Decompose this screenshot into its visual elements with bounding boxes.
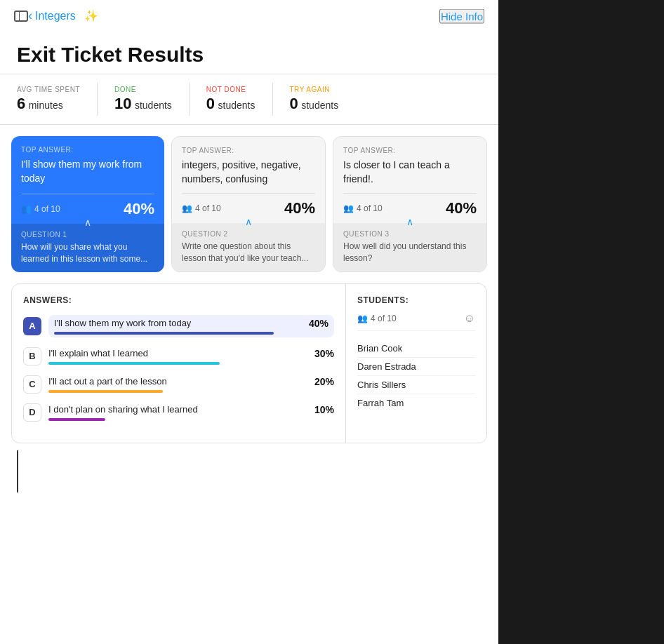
- answer-item-a[interactable]: A I'll show them my work from today 40%: [23, 315, 334, 337]
- student-brian-cook: Brian Cook: [357, 340, 475, 358]
- q2-count: 👥 4 of 10: [182, 203, 221, 213]
- answer-letter-b: B: [23, 347, 41, 365]
- answers-title: ANSWERS:: [23, 295, 334, 305]
- answer-text-a: I'll show them my work from today: [54, 318, 191, 328]
- bottom-section: ANSWERS: A I'll show them my work from t…: [11, 283, 487, 443]
- answer-content-b: I'll explain what I learned 30%: [48, 348, 334, 365]
- question-card-2-bottom: ∧ QUESTION 2 Write one question about th…: [172, 223, 325, 271]
- student-chris-sillers: Chris Sillers: [357, 376, 475, 394]
- people-icon-students: 👥: [357, 314, 368, 323]
- chevron-up-icon-q3: ∧: [406, 216, 413, 227]
- q3-top-answer-text: Is closer to I can teach a friend!.: [343, 159, 477, 186]
- back-button[interactable]: ‹ Integers ✨: [28, 8, 98, 23]
- smiley-icon[interactable]: ☺: [464, 312, 475, 325]
- question-card-1-top: TOP ANSWER: I'll show them my work from …: [11, 136, 164, 194]
- answer-bar-c: [48, 390, 163, 393]
- q1-question-text: How will you share what you learned in t…: [21, 241, 154, 265]
- question-card-3-bottom: ∧ QUESTION 3 How well did you understand…: [333, 223, 486, 271]
- q2-percent: 40%: [284, 199, 315, 217]
- q3-percent: 40%: [446, 199, 477, 217]
- sparkle-icon: ✨: [84, 9, 98, 22]
- answer-text-b: I'll explain what I learned: [48, 348, 148, 358]
- back-label: Integers: [35, 10, 76, 22]
- chevron-up-icon-q1: ∧: [84, 217, 91, 228]
- stat-done-value: 10: [114, 95, 131, 112]
- student-farrah-tam: Farrah Tam: [357, 394, 475, 412]
- students-count: 👥 4 of 10: [357, 314, 397, 323]
- q2-question-text: Write one question about this lesson tha…: [182, 241, 315, 264]
- q2-top-answer-label: TOP ANSWER:: [182, 147, 315, 154]
- question-cards: TOP ANSWER: I'll show them my work from …: [0, 125, 498, 283]
- students-count-row: 👥 4 of 10 ☺: [357, 312, 475, 331]
- people-icon-q1: 👥: [21, 204, 32, 214]
- question-card-1-bottom: ∧ QUESTION 1 How will you share what you…: [11, 224, 164, 272]
- answer-bar-a: [54, 332, 274, 335]
- chevron-up-icon-q2: ∧: [245, 216, 252, 227]
- page-title: Exit Ticket Results: [0, 32, 498, 74]
- hide-info-button[interactable]: Hide Info: [439, 8, 484, 23]
- q3-question-text: How well did you understand this lesson?: [343, 241, 477, 264]
- q1-number-label: QUESTION 1: [21, 231, 154, 239]
- chevron-left-icon: ‹: [28, 8, 32, 23]
- question-card-2[interactable]: TOP ANSWER: integers, positive, negative…: [171, 136, 326, 272]
- answer-letter-d: D: [23, 403, 41, 422]
- answer-text-d: I don't plan on sharing what I learned: [48, 404, 198, 415]
- answer-text-row-b: I'll explain what I learned 30%: [48, 348, 334, 359]
- q3-count: 👥 4 of 10: [343, 203, 383, 213]
- people-icon-q3: 👥: [343, 203, 354, 213]
- answer-letter-c: C: [23, 375, 41, 394]
- answer-item-d[interactable]: D I don't plan on sharing what I learned…: [23, 403, 334, 422]
- answer-text-row-a: I'll show them my work from today 40%: [54, 318, 328, 329]
- question-card-3[interactable]: TOP ANSWER: Is closer to I can teach a f…: [333, 136, 487, 272]
- stat-not-done: NOT DONE 0 students: [206, 83, 273, 116]
- answer-pct-c: 20%: [314, 376, 334, 387]
- q1-count: 👥 4 of 10: [21, 204, 60, 214]
- answer-pct-d: 10%: [314, 404, 334, 415]
- stat-avg-time-value: 6: [17, 95, 25, 112]
- stat-avg-time: AVG TIME SPENT 6 minutes: [17, 83, 98, 116]
- answer-text-c: I'll act out a part of the lesson: [48, 376, 167, 387]
- top-nav: ‹ Integers ✨ Hide Info: [0, 0, 498, 32]
- students-panel: STUDENTS: 👥 4 of 10 ☺ Brian Cook Daren E…: [346, 284, 486, 443]
- answers-panel: ANSWERS: A I'll show them my work from t…: [12, 284, 346, 443]
- students-title: STUDENTS:: [357, 295, 475, 305]
- question-card-2-top: TOP ANSWER: integers, positive, negative…: [172, 137, 325, 193]
- q2-number-label: QUESTION 2: [182, 230, 315, 238]
- stat-try-again: TRY AGAIN 0 students: [290, 83, 356, 116]
- answer-item-c[interactable]: C I'll act out a part of the lesson 20%: [23, 375, 334, 394]
- answer-pct-b: 30%: [314, 348, 334, 359]
- answer-text-row-c: I'll act out a part of the lesson 20%: [48, 376, 334, 387]
- q1-top-answer-label: TOP ANSWER:: [21, 146, 154, 154]
- stat-done-label: DONE: [114, 86, 172, 93]
- stat-avg-time-unit: minutes: [29, 100, 63, 111]
- stat-not-done-value: 0: [206, 95, 215, 112]
- dark-panel: [498, 0, 664, 644]
- stat-done-unit: students: [135, 100, 172, 111]
- answer-bar-b: [48, 362, 220, 365]
- answer-content-d: I don't plan on sharing what I learned 1…: [48, 404, 334, 421]
- answer-letter-a: A: [23, 317, 41, 335]
- answer-bar-d: [48, 418, 105, 421]
- stat-try-again-unit: students: [301, 100, 338, 111]
- stat-try-again-label: TRY AGAIN: [290, 86, 339, 93]
- sidebar-toggle-button[interactable]: [14, 11, 28, 22]
- q3-top-answer-label: TOP ANSWER:: [343, 147, 477, 154]
- answer-text-row-d: I don't plan on sharing what I learned 1…: [48, 404, 334, 415]
- stat-try-again-value: 0: [290, 95, 298, 112]
- stat-done: DONE 10 students: [114, 83, 190, 116]
- q1-percent: 40%: [124, 200, 154, 218]
- question-card-3-top: TOP ANSWER: Is closer to I can teach a f…: [333, 137, 486, 193]
- answer-item-b[interactable]: B I'll explain what I learned 30%: [23, 347, 334, 365]
- answer-content-c: I'll act out a part of the lesson 20%: [48, 376, 334, 393]
- student-daren-estrada: Daren Estrada: [357, 358, 475, 376]
- stat-not-done-label: NOT DONE: [206, 86, 255, 93]
- scroll-indicator: [17, 450, 18, 492]
- q3-number-label: QUESTION 3: [343, 230, 477, 238]
- stats-row: AVG TIME SPENT 6 minutes DONE 10 student…: [0, 74, 498, 125]
- answer-content-a: I'll show them my work from today 40%: [48, 315, 334, 337]
- people-icon-q2: 👥: [182, 203, 192, 213]
- stat-avg-time-label: AVG TIME SPENT: [17, 86, 80, 93]
- answer-pct-a: 40%: [309, 318, 328, 329]
- question-card-1[interactable]: TOP ANSWER: I'll show them my work from …: [11, 136, 164, 272]
- q1-top-answer-text: I'll show them my work from today: [21, 158, 154, 185]
